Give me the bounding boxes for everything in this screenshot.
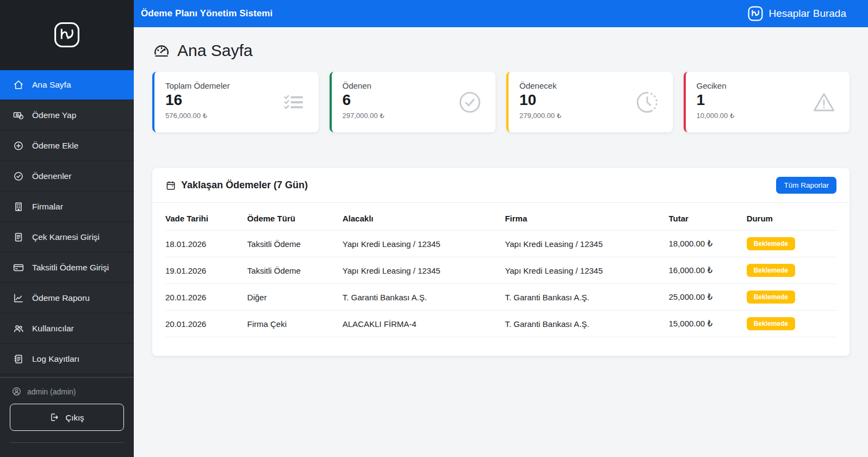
stat-card-odenecek: Ödenecek 10 279,000.00 ₺: [506, 72, 673, 132]
people-icon: [13, 323, 24, 334]
check-circle-icon: [457, 90, 482, 115]
sidebar-item-label: Taksitli Ödeme Girişi: [32, 263, 109, 273]
cell-amount: 18,000.00 ₺: [668, 231, 746, 257]
sidebar-item-label: Firmalar: [32, 202, 63, 212]
cell-company: Yapı Kredi Leasing / 12345: [505, 231, 668, 257]
cell-type: Taksitli Ödeme: [247, 257, 343, 284]
sidebar-item-label: Kullanıcılar: [32, 324, 74, 334]
cell-amount: 25,000.00 ₺: [668, 284, 746, 311]
sidebar-item-odeme-yap[interactable]: Ödeme Yap: [0, 100, 134, 131]
sidebar-logo: [0, 0, 134, 70]
journal-icon: [13, 232, 24, 243]
stat-card-odenen: Ödenen 6 297,000.00 ₺: [330, 72, 496, 132]
check-circle-icon: [13, 171, 24, 182]
clock-history-icon: [635, 90, 660, 115]
brand-logo-icon: [747, 5, 764, 22]
logout-label: Çıkış: [65, 413, 84, 422]
upcoming-payments-card: Yaklaşan Ödemeler (7 Gün) Tüm Raporlar V…: [152, 168, 850, 356]
topbar: Ödeme Planı Yönetim Sistemi Hesaplar Bur…: [134, 0, 868, 27]
credit-card-icon: [13, 262, 24, 273]
column-header-vade-tarihi: Vade Tarihi: [165, 206, 247, 231]
table-row: 20.01.2026 Firma Çeki ALACAKLI FİRMA-4 T…: [165, 311, 836, 337]
stat-card-toplam-odemeler: Toplam Ödemeler 16 576,000.00 ₺: [152, 72, 319, 132]
sidebar-item-label: Ödeme Ekle: [32, 141, 78, 151]
column-header-alacakli: Alacaklı: [343, 206, 505, 231]
cell-creditor: T. Garanti Bankası A.Ş.: [343, 284, 505, 311]
sidebar: Ana Sayfa Ödeme Yap Ödeme Ekle Ödenenler: [0, 0, 134, 457]
sidebar-user-section: admin (admin) Çıkış: [0, 378, 134, 443]
brand-name: Hesaplar Burada: [768, 8, 846, 20]
cell-type: Firma Çeki: [247, 311, 343, 337]
warning-triangle-icon: [811, 90, 836, 115]
sidebar-item-firmalar[interactable]: Firmalar: [0, 192, 134, 222]
cell-date: 20.01.2026: [165, 311, 247, 337]
stat-card-geciken: Geciken 1 10,000.00 ₺: [684, 72, 850, 132]
sidebar-item-ana-sayfa[interactable]: Ana Sayfa: [0, 70, 134, 100]
sidebar-item-odeme-ekle[interactable]: Ödeme Ekle: [0, 131, 134, 161]
all-reports-button[interactable]: Tüm Raporlar: [776, 177, 836, 194]
hb-logo-icon: [53, 21, 81, 49]
upcoming-payments-table-wrap: Vade Tarihi Ödeme Türü Alacaklı Firma Tu…: [152, 203, 850, 356]
app-title: Ödeme Planı Yönetim Sistemi: [141, 8, 272, 19]
sidebar-item-odenenler[interactable]: Ödenenler: [0, 161, 134, 192]
page-title: Ana Sayfa: [177, 41, 252, 60]
user-info: admin (admin): [11, 386, 124, 397]
cell-creditor: Yapı Kredi Leasing / 12345: [343, 257, 505, 284]
building-icon: [13, 201, 24, 212]
brand: Hesaplar Burada: [747, 5, 846, 22]
stat-label: Geciken: [697, 81, 839, 90]
sidebar-item-log-kayitlari[interactable]: Log Kayıtları: [0, 344, 134, 374]
table-row: 19.01.2026 Taksitli Ödeme Yapı Kredi Lea…: [165, 257, 836, 284]
cell-company: T. Garanti Bankası A.Ş.: [505, 311, 668, 337]
page-title-row: Ana Sayfa: [152, 41, 850, 60]
logout-icon: [49, 412, 59, 422]
sidebar-item-kullanicilar[interactable]: Kullanıcılar: [0, 313, 134, 344]
column-header-tutar: Tutar: [668, 206, 746, 231]
sidebar-divider-bottom: [10, 442, 124, 443]
cash-coin-icon: [13, 110, 24, 121]
list-check-icon: [281, 90, 306, 115]
column-header-odeme-turu: Ödeme Türü: [247, 206, 343, 231]
app-root: Ana Sayfa Ödeme Yap Ödeme Ekle Ödenenler: [0, 0, 868, 457]
status-badge: Beklemede: [747, 237, 795, 250]
sidebar-item-odeme-raporu[interactable]: Ödeme Raporu: [0, 283, 134, 313]
stat-label: Ödenen: [343, 81, 485, 90]
table-header-row: Vade Tarihi Ödeme Türü Alacaklı Firma Tu…: [165, 206, 836, 231]
upcoming-payments-header: Yaklaşan Ödemeler (7 Gün) Tüm Raporlar: [152, 168, 850, 203]
sidebar-nav: Ana Sayfa Ödeme Yap Ödeme Ekle Ödenenler: [0, 70, 134, 374]
sidebar-item-cek-karnesi[interactable]: Çek Karnesi Girişi: [0, 222, 134, 252]
cell-date: 18.01.2026: [165, 231, 247, 257]
house-icon: [13, 79, 24, 90]
sidebar-item-label: Ana Sayfa: [32, 80, 71, 90]
plus-circle-icon: [13, 140, 24, 151]
sidebar-item-label: Ödeme Raporu: [32, 293, 90, 303]
calendar-icon: [165, 180, 176, 191]
sidebar-item-taksitli-odeme[interactable]: Taksitli Ödeme Girişi: [0, 252, 134, 283]
cell-date: 20.01.2026: [165, 284, 247, 311]
upcoming-payments-table: Vade Tarihi Ödeme Türü Alacaklı Firma Tu…: [165, 206, 836, 337]
page-content: Ana Sayfa Toplam Ödemeler 16 576,000.00 …: [134, 27, 868, 457]
stat-label: Toplam Ödemeler: [165, 81, 308, 90]
logout-button[interactable]: Çıkış: [10, 404, 124, 431]
cell-amount: 15,000.00 ₺: [668, 311, 746, 337]
sidebar-item-label: Log Kayıtları: [32, 354, 79, 364]
stat-label: Ödenecek: [519, 81, 662, 90]
sidebar-item-label: Ödeme Yap: [32, 110, 76, 120]
status-badge: Beklemede: [747, 291, 795, 304]
cell-type: Diğer: [247, 284, 343, 311]
status-badge: Beklemede: [747, 317, 795, 330]
column-header-firma: Firma: [505, 206, 668, 231]
speedometer-icon: [152, 41, 171, 60]
stat-cards: Toplam Ödemeler 16 576,000.00 ₺ Ödenen 6…: [152, 72, 850, 132]
status-badge: Beklemede: [747, 264, 795, 277]
cell-company: Yapı Kredi Leasing / 12345: [505, 257, 668, 284]
cell-date: 19.01.2026: [165, 257, 247, 284]
person-circle-icon: [11, 386, 22, 397]
upcoming-payments-title-text: Yaklaşan Ödemeler (7 Gün): [181, 180, 308, 191]
user-name: admin (admin): [27, 387, 76, 396]
journal-text-icon: [13, 354, 24, 365]
column-header-durum: Durum: [747, 206, 836, 231]
table-row: 18.01.2026 Taksitli Ödeme Yapı Kredi Lea…: [165, 231, 836, 257]
sidebar-item-label: Ödenenler: [32, 171, 71, 181]
sidebar-item-label: Çek Karnesi Girişi: [32, 232, 100, 242]
